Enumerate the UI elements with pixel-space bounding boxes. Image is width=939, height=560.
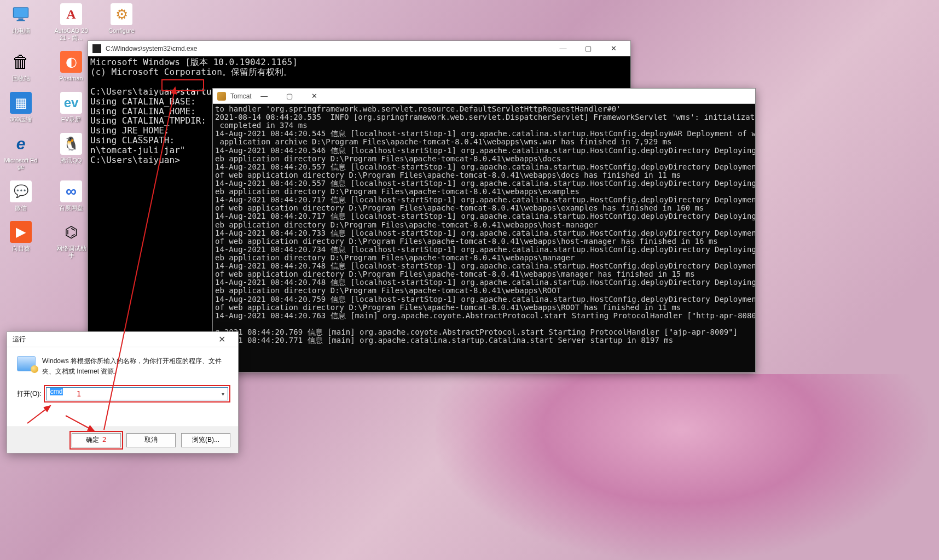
tomcat-title-text: Tomcat	[230, 92, 252, 100]
sunflower-icon	[10, 221, 32, 243]
wechat-icon	[10, 180, 32, 202]
java-icon	[217, 92, 226, 101]
gear-icon	[111, 3, 132, 25]
cmd-title-text: C:\Windows\system32\cmd.exe	[106, 45, 197, 52]
minimize-button[interactable]: —	[550, 41, 576, 56]
icon-baidupan[interactable]: 百度网盘	[54, 180, 89, 212]
wallpaper	[436, 374, 928, 560]
open-field-wrap: cmd ▾ 1	[46, 387, 228, 400]
open-input[interactable]: cmd	[46, 387, 228, 400]
tomcat-titlebar[interactable]: Tomcat — ▢ ✕	[213, 89, 755, 104]
minimize-button[interactable]: —	[252, 89, 277, 104]
ok-button[interactable]: 确定 2	[72, 433, 121, 447]
icon-360zip[interactable]: ▦ 360压缩	[3, 92, 38, 123]
cmd-titlebar[interactable]: C:\Windows\system32\cmd.exe — ▢ ✕	[88, 41, 630, 56]
icon-label: Configure	[104, 27, 139, 34]
tomcat-window[interactable]: Tomcat — ▢ ✕ to handler 'org.springframe…	[212, 88, 756, 372]
pc-icon	[10, 3, 32, 25]
icon-label: EV录屏	[54, 116, 89, 123]
svg-rect-1	[19, 19, 24, 20]
cancel-button[interactable]: 取消	[126, 433, 176, 447]
icon-autocad[interactable]: A AutoCAD 2021 - 简...	[54, 3, 89, 41]
baidupan-icon	[60, 180, 82, 202]
annotation-1: 1	[77, 389, 81, 398]
icon-netdebug[interactable]: 网络调试助手	[54, 221, 89, 259]
icon-label: 腾讯QQ	[54, 157, 89, 164]
recycle-icon	[10, 51, 32, 73]
cmd-title-icon	[92, 44, 101, 53]
annotation-2: 2	[102, 435, 107, 444]
icon-label: 此电脑	[3, 27, 38, 34]
run-description: Windows 将根据你所输入的名称，为你打开相应的程序、文件夹、文档或 Int…	[42, 356, 228, 376]
postman-icon: ◐	[60, 51, 82, 73]
run-dialog[interactable]: 运行 ✕ Windows 将根据你所输入的名称，为你打开相应的程序、文件夹、文档…	[7, 331, 239, 453]
icon-wechat[interactable]: 微信	[3, 180, 38, 212]
icon-qq[interactable]: 腾讯QQ	[54, 133, 89, 171]
icon-label: 网络调试助手	[54, 245, 89, 259]
close-button[interactable]: ✕	[601, 41, 626, 56]
run-titlebar[interactable]: 运行 ✕	[7, 332, 238, 347]
icon-recycle-bin[interactable]: 回收站	[3, 51, 38, 82]
svg-rect-0	[14, 8, 28, 18]
icon-configure[interactable]: Configure	[104, 3, 139, 41]
svg-rect-2	[17, 20, 25, 21]
icon-ev[interactable]: ev EV录屏	[54, 92, 89, 123]
icon-label: Microsoft Edge	[3, 157, 38, 171]
icon-label: 微信	[3, 205, 38, 212]
edge-icon	[10, 133, 32, 155]
close-button[interactable]: ✕	[211, 334, 233, 345]
icon-label: 回收站	[3, 75, 38, 82]
open-label: 打开(O):	[17, 389, 42, 399]
close-button[interactable]: ✕	[302, 89, 327, 104]
run-footer: 确定 2 取消 浏览(B)...	[7, 427, 238, 453]
icon-edge[interactable]: Microsoft Edge	[3, 133, 38, 171]
run-icon	[17, 356, 36, 371]
ev-icon: ev	[60, 92, 82, 114]
maximize-button[interactable]: ▢	[277, 89, 302, 104]
netdebug-icon	[60, 221, 82, 243]
icon-label: 360压缩	[3, 116, 38, 123]
icon-this-pc[interactable]: 此电脑	[3, 3, 38, 41]
browse-button[interactable]: 浏览(B)...	[181, 433, 230, 447]
autocad-icon: A	[60, 3, 82, 25]
tomcat-output[interactable]: to handler 'org.springframework.web.serv…	[213, 104, 755, 346]
icon-postman[interactable]: ◐ Postman	[54, 51, 89, 82]
icon-label: 向日葵	[3, 245, 38, 252]
run-title-text: 运行	[13, 335, 26, 344]
maximize-button[interactable]: ▢	[576, 41, 601, 56]
icon-label: AutoCAD 2021 - 简...	[54, 27, 89, 41]
qq-icon	[60, 133, 82, 155]
icon-sunflower[interactable]: 向日葵	[3, 221, 38, 259]
icon-label: 百度网盘	[54, 205, 89, 212]
zip-icon: ▦	[10, 92, 32, 114]
run-body: Windows 将根据你所输入的名称，为你打开相应的程序、文件夹、文档或 Int…	[7, 347, 238, 406]
icon-label: Postman	[54, 75, 89, 82]
